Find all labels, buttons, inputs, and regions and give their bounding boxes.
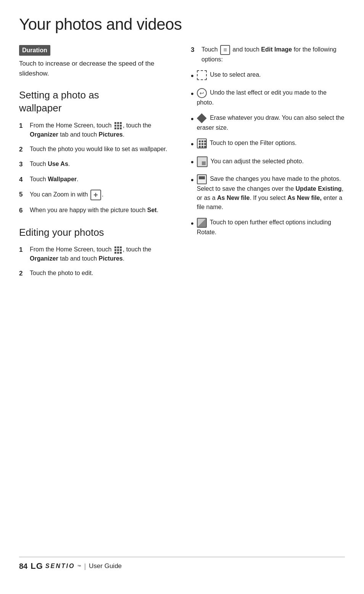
bullet-select-area: • Use to select area. xyxy=(191,70,345,82)
bullet-dot-5: • xyxy=(191,156,194,168)
footer-trademark: ™ xyxy=(77,564,81,568)
menu-icon xyxy=(220,45,230,55)
editing-step-1: 1 From the Home Screen, touch , touch th… xyxy=(19,245,179,263)
wallpaper-step-5: 5 You can Zoom in with . xyxy=(19,190,179,200)
apps-grid-icon-1 xyxy=(114,122,122,129)
bullet-content-3: Erase whatever you draw. You can also se… xyxy=(197,113,345,132)
duration-block: Duration Touch to increase or decrease t… xyxy=(19,45,179,78)
organizer-label-2: Organizer xyxy=(30,255,58,262)
wallpaper-steps: 1 From the Home Screen, touch , touch th… xyxy=(19,121,179,216)
duration-badge: Duration xyxy=(19,45,50,56)
bullet-dot-2: • xyxy=(191,87,194,100)
right-column: 3 Touch and touch Edit Image for the fol… xyxy=(191,45,345,549)
as-new-file-label: As New file xyxy=(217,195,250,201)
save-icon xyxy=(197,174,207,184)
update-existing-label: Update Existing xyxy=(296,185,342,192)
footer-user-guide: User Guide xyxy=(89,562,122,570)
pictures-label-2: Pictures xyxy=(99,255,123,262)
as-new-file-label-2: As New file, xyxy=(287,195,322,201)
bullet-dot-4: • xyxy=(191,138,194,150)
edit-step-2-content: Touch the photo to edit. xyxy=(30,269,179,278)
edit-step-num-2: 2 xyxy=(19,269,30,278)
right-step-num-3: 3 xyxy=(191,45,201,55)
step-num-6: 6 xyxy=(19,206,30,216)
right-step-3-content: Touch and touch Edit Image for the follo… xyxy=(201,45,345,64)
bullet-erase: • Erase whatever you draw. You can also … xyxy=(191,113,345,132)
bullet-adjust: • You can adjust the selected photo. xyxy=(191,156,345,168)
bullet-dot-6: • xyxy=(191,174,194,186)
bullet-dot-7: • xyxy=(191,217,194,230)
apps-grid-icon-2 xyxy=(114,246,122,254)
filter-icon xyxy=(197,138,207,148)
two-column-layout: Duration Touch to increase or decrease t… xyxy=(19,45,345,549)
bullet-content-1: Use to select area. xyxy=(197,70,345,80)
use-as-label: Use As xyxy=(48,161,68,167)
footer-separator: | xyxy=(84,562,86,570)
organizer-label-1: Organizer xyxy=(30,131,58,138)
wallpaper-step-4: 4 Touch Wallpaper. xyxy=(19,175,179,185)
wallpaper-step-6: 6 When you are happy with the picture to… xyxy=(19,206,179,216)
bullet-content-5: You can adjust the selected photo. xyxy=(197,156,345,167)
effect-icon xyxy=(197,218,207,228)
step-5-content: You can Zoom in with . xyxy=(30,190,179,200)
bullet-content-6: Save the changes you have made to the ph… xyxy=(197,174,345,212)
undo-icon: ↩ xyxy=(197,88,207,98)
adjust-icon xyxy=(197,156,208,167)
footer-brand-block: LG SENTiO ™ xyxy=(31,561,81,571)
erase-icon xyxy=(197,113,207,123)
step-num-5: 5 xyxy=(19,190,30,200)
wallpaper-step-2: 2 Touch the photo you would like to set … xyxy=(19,145,179,155)
footer-page-number: 84 xyxy=(19,562,27,571)
bullet-filter: • Touch to open the Filter options. xyxy=(191,138,345,150)
step-6-content: When you are happy with the picture touc… xyxy=(30,206,179,215)
editing-step-2: 2 Touch the photo to edit. xyxy=(19,269,179,278)
bullet-dot-1: • xyxy=(191,69,194,82)
editing-steps: 1 From the Home Screen, touch , touch th… xyxy=(19,245,179,278)
bullet-content-7: Touch to open further effect options inc… xyxy=(197,218,345,237)
wallpaper-step-1: 1 From the Home Screen, touch , touch th… xyxy=(19,121,179,139)
page-title: Your photos and videos xyxy=(19,15,345,34)
step-4-content: Touch Wallpaper. xyxy=(30,175,179,184)
page-footer: 84 LG SENTiO ™ | User Guide xyxy=(19,557,345,571)
select-area-icon xyxy=(197,70,207,80)
edit-step-1-content: From the Home Screen, touch , touch the … xyxy=(30,245,179,263)
footer-lg: LG xyxy=(31,561,43,571)
plus-icon xyxy=(90,190,101,200)
duration-text: Touch to increase or decrease the speed … xyxy=(19,59,179,78)
left-column: Duration Touch to increase or decrease t… xyxy=(19,45,179,549)
setting-wallpaper-title: Setting a photo aswallpaper xyxy=(19,89,179,115)
step-num-2: 2 xyxy=(19,145,30,155)
set-label: Set xyxy=(147,207,157,213)
pictures-label-1: Pictures xyxy=(99,131,123,138)
editing-photos-title: Editing your photos xyxy=(19,226,179,239)
step-2-content: Touch the photo you would like to set as… xyxy=(30,145,179,154)
step-1-content: From the Home Screen, touch , touch the … xyxy=(30,121,179,139)
bullet-undo: • ↩ Undo the last effect or edit you mad… xyxy=(191,88,345,107)
wallpaper-step-3: 3 Touch Use As. xyxy=(19,159,179,169)
edit-image-label: Edit Image xyxy=(261,46,292,53)
wallpaper-label: Wallpaper xyxy=(48,176,77,182)
right-step-3: 3 Touch and touch Edit Image for the fol… xyxy=(191,45,345,64)
bullet-content-4: Touch to open the Filter options. xyxy=(197,138,345,148)
page-container: Your photos and videos Duration Touch to… xyxy=(0,0,364,594)
step-num-3: 3 xyxy=(19,159,30,169)
bullet-content-2: ↩ Undo the last effect or edit you made … xyxy=(197,88,345,107)
step-num-1: 1 xyxy=(19,121,30,131)
edit-step-num-1: 1 xyxy=(19,245,30,255)
bullet-save: • Save the changes you have made to the … xyxy=(191,174,345,212)
step-num-4: 4 xyxy=(19,175,30,185)
step-3-content: Touch Use As. xyxy=(30,159,179,169)
bullet-effect: • Touch to open further effect options i… xyxy=(191,218,345,237)
bullet-dot-3: • xyxy=(191,113,194,125)
footer-sentio: SENTiO xyxy=(45,563,75,570)
edit-options-list: • Use to select area. • ↩ Undo the last … xyxy=(191,70,345,237)
